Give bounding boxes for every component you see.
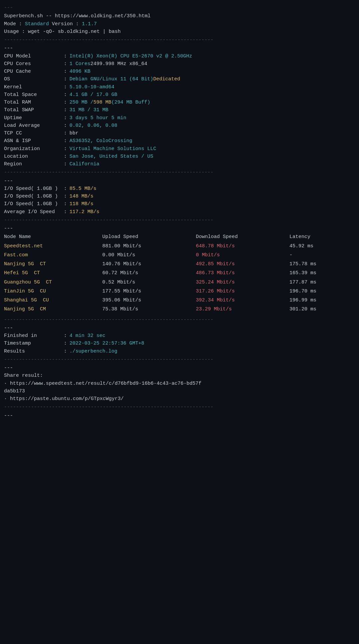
network-section-marker: --- — [4, 225, 355, 232]
network-table-row: Guangzhou 5G CT0.52 Mbit/s325.24 Mbit/s1… — [4, 278, 355, 287]
info-row-total-swap: Total SWAP : 31 MB / 31 MB — [4, 106, 355, 114]
network-table-row: Nanjing 5G CT140.76 Mbit/s492.85 Mbit/s1… — [4, 260, 355, 269]
network-node-0: Speedtest.net — [4, 242, 102, 251]
footer-section-marker: --- — [4, 324, 355, 332]
network-table-row: Fast.com0.00 Mbit/s0 Mbit/s- — [4, 251, 355, 260]
divider-6: ----------------------------------------… — [4, 403, 355, 411]
info-row-asn-isp: ASN & ISP : AS36352, ColoCrossing — [4, 137, 355, 145]
info-row-os: OS : Debian GNU/Linux 11 (64 Bit) Dedica… — [4, 75, 355, 83]
network-latency-3: 165.39 ms — [290, 269, 355, 278]
network-table-row: TianJin 5G CU177.55 Mbit/s317.26 Mbit/s1… — [4, 287, 355, 296]
end-marker: --- — [4, 412, 355, 420]
network-latency-4: 177.87 ms — [290, 278, 355, 287]
network-table-row: Speedtest.net881.00 Mbit/s648.78 Mbit/s4… — [4, 242, 355, 251]
network-node-6: Shanghai 5G CU — [4, 296, 102, 305]
footer-timestamp: Timestamp : 2022-03-25 22:57:36 GMT+8 — [4, 340, 355, 347]
network-upload-1: 0.00 Mbit/s — [102, 251, 196, 260]
network-upload-5: 177.55 Mbit/s — [102, 287, 196, 296]
info-row-load-avg: Load Average : 0.02, 0.06, 0.08 — [4, 122, 355, 129]
network-table-header: Node Name Upload Speed Download Speed La… — [4, 232, 355, 241]
share-link-2: · https://paste.ubuntu.com/p/GTpxcWgyr3/ — [4, 395, 355, 403]
info-row-tcp-cc: TCP CC : bbr — [4, 129, 355, 137]
divider-1: ----------------------------------------… — [4, 36, 355, 44]
network-upload-4: 0.52 Mbit/s — [102, 278, 196, 287]
header-usage-line: Usage : wget -qO- sb.oldking.net | bash — [4, 28, 355, 36]
network-node-1: Fast.com — [4, 251, 102, 260]
network-download-5: 317.26 Mbit/s — [196, 287, 290, 296]
info-row-region: Region : California — [4, 160, 355, 168]
network-node-5: TianJin 5G CU — [4, 287, 102, 296]
cpu-section-marker: --- — [4, 44, 355, 52]
info-row-location: Location : San Jose, United States / US — [4, 153, 355, 160]
info-row-uptime: Uptime : 3 days 5 hour 5 min — [4, 114, 355, 122]
network-latency-1: - — [290, 251, 355, 260]
col-header-upload: Upload Speed — [102, 232, 196, 241]
network-download-3: 486.73 Mbit/s — [196, 269, 290, 278]
info-row-cpu-cache: CPU Cache : 4096 KB — [4, 68, 355, 75]
network-node-2: Nanjing 5G CT — [4, 260, 102, 269]
info-row-cpu-model: CPU Model : Intel(R) Xeon(R) CPU E5-2670… — [4, 52, 355, 60]
footer-results: Results : ./superbench.log — [4, 348, 355, 355]
network-upload-6: 395.06 Mbit/s — [102, 296, 196, 305]
share-title: Share result: — [4, 372, 355, 379]
col-header-latency: Latency — [290, 232, 355, 241]
info-row-organization: Organization : Virtual Machine Solutions… — [4, 145, 355, 153]
divider-4: ----------------------------------------… — [4, 316, 355, 324]
network-download-6: 392.34 Mbit/s — [196, 296, 290, 305]
network-latency-5: 196.70 ms — [290, 287, 355, 296]
network-latency-7: 301.20 ms — [290, 305, 355, 314]
network-download-4: 325.24 Mbit/s — [196, 278, 290, 287]
io-row-2: I/O Speed( 1.0GB ) : 148 MB/s — [4, 193, 355, 200]
network-download-2: 492.85 Mbit/s — [196, 260, 290, 269]
network-node-7: Nanjing 5G CM — [4, 305, 102, 314]
io-row-avg: Average I/O Speed : 117.2 MB/s — [4, 208, 355, 216]
divider-2: ----------------------------------------… — [4, 169, 355, 176]
network-upload-0: 881.00 Mbit/s — [102, 242, 196, 251]
info-row-cpu-cores: CPU Cores : 1 Cores 2499.998 MHz x86_64 — [4, 60, 355, 68]
top-divider: --- — [4, 4, 355, 12]
io-section-marker: --- — [4, 177, 355, 185]
io-row-3: I/O Speed( 1.0GB ) : 118 MB/s — [4, 200, 355, 208]
header-title: Superbench.sh -- https://www.oldking.net… — [4, 12, 355, 20]
network-latency-2: 175.78 ms — [290, 260, 355, 269]
network-latency-0: 45.92 ms — [290, 242, 355, 251]
network-node-3: Hefei 5G CT — [4, 269, 102, 278]
network-upload-2: 140.76 Mbit/s — [102, 260, 196, 269]
footer-finished: Finished in : 4 min 32 sec — [4, 332, 355, 340]
network-table-row: Shanghai 5G CU395.06 Mbit/s392.34 Mbit/s… — [4, 296, 355, 305]
divider-5: ----------------------------------------… — [4, 356, 355, 363]
divider-3: ----------------------------------------… — [4, 216, 355, 224]
network-upload-3: 60.72 Mbit/s — [102, 269, 196, 278]
network-node-4: Guangzhou 5G CT — [4, 278, 102, 287]
network-download-1: 0 Mbit/s — [196, 251, 290, 260]
col-header-node: Node Name — [4, 232, 102, 241]
network-download-7: 23.29 Mbit/s — [196, 305, 290, 314]
network-table-row: Nanjing 5G CM75.38 Mbit/s23.29 Mbit/s301… — [4, 305, 355, 314]
info-row-total-space: Total Space : 4.1 GB / 17.0 GB — [4, 91, 355, 99]
col-header-download: Download Speed — [196, 232, 290, 241]
info-row-total-ram: Total RAM : 250 MB / 598 MB (294 MB Buff… — [4, 99, 355, 106]
network-latency-6: 196.99 ms — [290, 296, 355, 305]
info-row-kernel: Kernel : 5.10.0-10-amd64 — [4, 83, 355, 91]
io-row-1: I/O Speed( 1.0GB ) : 85.5 MB/s — [4, 185, 355, 193]
network-download-0: 648.78 Mbit/s — [196, 242, 290, 251]
network-table: Node Name Upload Speed Download Speed La… — [4, 232, 355, 314]
terminal-output: --- Superbench.sh -- https://www.oldking… — [4, 4, 355, 420]
share-link-1: · https://www.speedtest.net/result/c/d76… — [4, 380, 355, 395]
network-table-row: Hefei 5G CT60.72 Mbit/s486.73 Mbit/s165.… — [4, 269, 355, 278]
header-mode-line: Mode : Standard Version : 1.1.7 — [4, 20, 355, 28]
share-section-marker: --- — [4, 364, 355, 372]
network-upload-7: 75.38 Mbit/s — [102, 305, 196, 314]
